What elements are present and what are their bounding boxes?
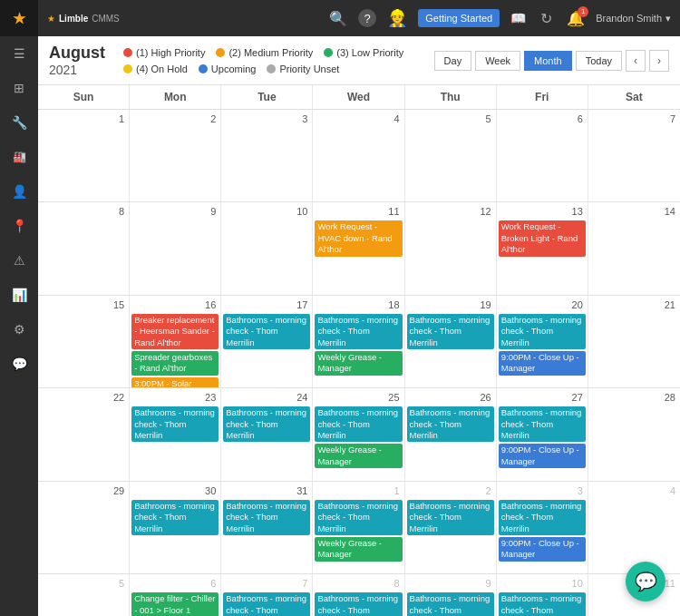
calendar-cell[interactable]: 6Change filter - Chiller - 001 > Floor 1… (130, 574, 221, 616)
calendar-cell[interactable]: 2Bathrooms - morning check - Thom Merril… (405, 482, 497, 573)
calendar-cell[interactable]: 6 (497, 110, 588, 201)
next-month-button[interactable]: › (649, 50, 669, 72)
calendar-cell[interactable]: 10 (221, 202, 313, 294)
search-icon[interactable]: 🔍 (325, 6, 351, 31)
view-today-button[interactable]: Today (576, 51, 622, 71)
calendar-cell[interactable]: 13Work Request - Broken Light - Rand Al'… (497, 202, 588, 294)
calendar-cell[interactable]: 18Bathrooms - morning check - Thom Merri… (313, 296, 404, 387)
calendar-cell[interactable]: 8 (38, 202, 130, 294)
calendar-cell[interactable]: 21 (588, 296, 680, 387)
calendar-event[interactable]: Change filter - Chiller - 001 > Floor 1 (131, 592, 219, 616)
calendar-cell[interactable]: 29 (38, 482, 130, 573)
calendar-event[interactable]: Spreader gearboxes - Rand Al'thor (131, 351, 219, 376)
calendar-cell[interactable]: 22 (38, 388, 130, 480)
calendar-event[interactable]: Bathrooms - morning check - Thom Merrili… (315, 314, 402, 349)
medium-priority-label: (2) Medium Priority (228, 47, 313, 58)
calendar-cell[interactable]: 20Bathrooms - morning check - Thom Merri… (497, 296, 588, 387)
calendar-event[interactable]: Weekly Grease - Manager (315, 351, 402, 376)
calendar-cell[interactable]: 17Bathrooms - morning check - Thom Merri… (221, 296, 313, 387)
calendar-event[interactable]: 9:00PM - Close Up - Manager (499, 444, 586, 468)
calendar-cell[interactable]: 11Work Request - HVAC down - Rand Al'tho… (313, 202, 404, 294)
calendar-event[interactable]: Bathrooms - morning check - Thom Merrili… (131, 500, 219, 535)
calendar-event[interactable]: 3:00PM - Solar Canopy - Rand Al'thor (131, 377, 219, 388)
calendar-cell[interactable]: 23Bathrooms - morning check - Thom Merri… (130, 388, 221, 480)
view-week-button[interactable]: Week (475, 51, 520, 71)
calendar-cell[interactable]: 4 (588, 482, 680, 573)
calendar-cell[interactable]: 31Bathrooms - morning check - Thom Merri… (221, 482, 313, 573)
calendar-event[interactable]: Bathrooms - morning check - Thom Merrili… (499, 314, 586, 349)
user-menu[interactable]: Brandon Smith ▾ (596, 13, 671, 24)
calendar-event[interactable]: Weekly Grease - Manager (315, 444, 402, 468)
calendar-event[interactable]: Bathrooms - morning check - Thom Merrili… (407, 406, 494, 442)
calendar-event[interactable]: Bathrooms - morning check - Thom Merrili… (315, 500, 402, 535)
calendar-event[interactable]: Bathrooms - morning check - Thom Merrili… (407, 500, 494, 535)
calendar-cell[interactable]: 1 (38, 110, 130, 201)
calendar-cell[interactable]: 25Bathrooms - morning check - Thom Merri… (313, 388, 404, 480)
calendar-cell[interactable]: 16Breaker replacement - Heersman Sander … (130, 296, 221, 387)
refresh-icon[interactable]: ↻ (537, 6, 556, 31)
calendar-cell[interactable]: 30Bathrooms - morning check - Thom Merri… (130, 482, 221, 573)
calendar-event[interactable]: Work Request - Broken Light - Rand Al'th… (499, 220, 586, 256)
view-month-button[interactable]: Month (524, 51, 572, 71)
sidebar-icon-workorders[interactable]: 🔧 (0, 105, 38, 140)
calendar-event[interactable]: Bathrooms - morning check - Thom Merrili… (499, 592, 586, 616)
calendar-cell[interactable]: 9Bathrooms - morning check - Thom Merril… (405, 574, 497, 616)
day-number: 13 (499, 204, 586, 219)
calendar-cell[interactable]: 7Bathrooms - morning check - Thom Merril… (221, 574, 313, 616)
calendar-event[interactable]: Bathrooms - morning check - Thom Merrili… (499, 500, 586, 535)
avatar-icon[interactable]: 👷 (384, 5, 411, 32)
calendar-cell[interactable]: 8Bathrooms - morning check - Thom Merril… (313, 574, 404, 616)
calendar-cell[interactable]: 1Bathrooms - morning check - Thom Merril… (313, 482, 404, 573)
calendar-event[interactable]: Bathrooms - morning check - Thom Merrili… (223, 500, 310, 535)
calendar-cell[interactable]: 4 (313, 110, 404, 201)
calendar-event[interactable]: Bathrooms - morning check - Thom Merrili… (223, 406, 310, 442)
calendar-event[interactable]: Bathrooms - morning check - Thom Merrili… (407, 592, 494, 616)
sidebar-icon-reports[interactable]: 📊 (0, 278, 38, 312)
book-icon[interactable]: 📖 (507, 7, 529, 29)
calendar-event[interactable]: Breaker replacement - Heersman Sander - … (131, 314, 219, 349)
sidebar-icon-dashboard[interactable]: ⊞ (0, 71, 38, 105)
help-icon[interactable]: ? (358, 9, 376, 27)
calendar-cell[interactable]: 7 (588, 110, 680, 201)
calendar-event[interactable]: Bathrooms - morning check - Thom Merrili… (315, 406, 402, 442)
calendar-cell[interactable]: 2 (130, 110, 221, 201)
calendar-cell[interactable]: 24Bathrooms - morning check - Thom Merri… (221, 388, 313, 480)
view-day-button[interactable]: Day (434, 51, 472, 71)
calendar-event[interactable]: Weekly Grease - Manager (315, 537, 402, 562)
calendar-cell[interactable]: 3 (221, 110, 313, 201)
calendar-cell[interactable]: 14 (588, 202, 680, 294)
calendar-event[interactable]: Bathrooms - morning check - Thom Merrili… (223, 314, 310, 349)
calendar-cell[interactable]: 15 (38, 296, 130, 387)
prev-month-button[interactable]: ‹ (626, 50, 646, 72)
calendar-event[interactable]: 9:00PM - Close Up - Manager (499, 537, 586, 562)
calendar-cell[interactable]: 12 (405, 202, 497, 294)
calendar-event[interactable]: Bathrooms - morning check - Thom Merrili… (407, 314, 494, 349)
calendar-cell[interactable]: 9 (130, 202, 221, 294)
calendar-cell[interactable]: 10Bathrooms - morning check - Thom Merri… (497, 574, 588, 616)
day-number: 8 (315, 576, 402, 591)
notification-icon[interactable]: 🔔 1 (563, 6, 588, 31)
calendar-cell[interactable]: 3Bathrooms - morning check - Thom Merril… (497, 482, 588, 573)
calendar-event[interactable]: Bathrooms - morning check - Thom Merrili… (131, 406, 219, 442)
sidebar-icon-alerts[interactable]: ⚠ (0, 243, 38, 278)
calendar-event[interactable]: 9:00PM - Close Up - Manager (499, 351, 586, 376)
sidebar-icon-chat[interactable]: 💬 (0, 347, 38, 381)
calendar-cell[interactable]: 28 (588, 388, 680, 480)
sidebar-icon-assets[interactable]: 🏭 (0, 140, 38, 174)
calendar-cell[interactable]: 26Bathrooms - morning check - Thom Merri… (405, 388, 497, 480)
calendar-event[interactable]: Bathrooms - morning check - Thom Merrili… (499, 406, 586, 442)
sidebar-icon-locations[interactable]: 📍 (0, 209, 38, 243)
calendar-cell[interactable]: 5 (38, 574, 130, 616)
calendar-cell[interactable]: 27Bathrooms - morning check - Thom Merri… (497, 388, 588, 480)
calendar-event[interactable]: Bathrooms - morning check - Thom Merrili… (315, 592, 402, 616)
getting-started-button[interactable]: Getting Started (418, 9, 500, 27)
calendar-cell[interactable]: 19Bathrooms - morning check - Thom Merri… (405, 296, 497, 387)
day-number: 2 (407, 484, 494, 498)
calendar-event[interactable]: Work Request - HVAC down - Rand Al'thor (315, 220, 402, 256)
sidebar-icon-users[interactable]: 👤 (0, 174, 38, 209)
sidebar-icon-settings[interactable]: ⚙ (0, 312, 38, 347)
calendar-event[interactable]: Bathrooms - morning check - Thom Merrili… (223, 592, 310, 616)
sidebar-icon-menu[interactable]: ☰ (0, 36, 38, 71)
calendar-cell[interactable]: 5 (405, 110, 497, 201)
chat-bubble[interactable]: 💬 (626, 562, 665, 601)
